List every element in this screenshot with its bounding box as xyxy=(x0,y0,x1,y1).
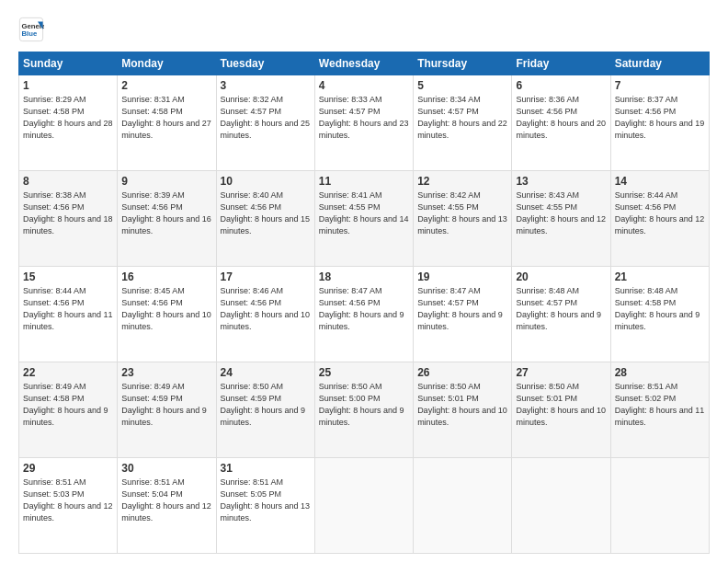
sunset-label: Sunset: 4:55 PM xyxy=(417,202,479,212)
day-number: 14 xyxy=(615,175,705,188)
sunset-label: Sunset: 4:57 PM xyxy=(417,298,479,307)
day-info: Sunrise: 8:51 AM Sunset: 5:03 PM Dayligh… xyxy=(23,477,113,524)
calendar-day-cell: 8 Sunrise: 8:38 AM Sunset: 4:56 PM Dayli… xyxy=(19,171,118,267)
sunrise-label: Sunrise: 8:39 AM xyxy=(121,190,185,200)
sunset-label: Sunset: 4:58 PM xyxy=(23,107,85,116)
day-info: Sunrise: 8:47 AM Sunset: 4:56 PM Dayligh… xyxy=(319,285,409,333)
day-info: Sunrise: 8:33 AM Sunset: 4:57 PM Dayligh… xyxy=(319,94,409,142)
sunset-label: Sunset: 5:05 PM xyxy=(221,489,282,499)
sunrise-label: Sunrise: 8:32 AM xyxy=(221,95,284,104)
sunset-label: Sunset: 4:56 PM xyxy=(319,298,381,307)
daylight-label: Daylight: 8 hours and 11 minutes. xyxy=(615,406,705,427)
daylight-label: Daylight: 8 hours and 10 minutes. xyxy=(121,310,211,331)
calendar-day-cell: 23 Sunrise: 8:49 AM Sunset: 4:59 PM Dayl… xyxy=(118,362,216,458)
calendar-day-cell: 5 Sunrise: 8:34 AM Sunset: 4:57 PM Dayli… xyxy=(414,75,512,171)
daylight-label: Daylight: 8 hours and 20 minutes. xyxy=(516,119,606,140)
calendar-table: Sunday Monday Tuesday Wednesday Thursday… xyxy=(18,52,710,554)
calendar-week-row: 15 Sunrise: 8:44 AM Sunset: 4:56 PM Dayl… xyxy=(19,267,710,362)
day-number: 23 xyxy=(121,366,211,379)
calendar-day-cell: 26 Sunrise: 8:50 AM Sunset: 5:01 PM Dayl… xyxy=(414,362,512,458)
daylight-label: Daylight: 8 hours and 13 minutes. xyxy=(221,501,311,523)
day-number: 8 xyxy=(23,175,113,188)
day-number: 13 xyxy=(516,175,606,188)
sunset-label: Sunset: 4:58 PM xyxy=(121,107,183,116)
sunrise-label: Sunrise: 8:46 AM xyxy=(221,286,284,295)
sunrise-label: Sunrise: 8:49 AM xyxy=(23,382,86,391)
day-info: Sunrise: 8:39 AM Sunset: 4:56 PM Dayligh… xyxy=(121,190,211,237)
logo-icon: General Blue xyxy=(18,17,44,42)
daylight-label: Daylight: 8 hours and 12 minutes. xyxy=(121,501,211,523)
day-number: 7 xyxy=(615,79,705,92)
day-number: 15 xyxy=(23,270,113,283)
sunrise-label: Sunrise: 8:50 AM xyxy=(319,382,382,391)
calendar-week-row: 1 Sunrise: 8:29 AM Sunset: 4:58 PM Dayli… xyxy=(19,75,710,171)
day-info: Sunrise: 8:36 AM Sunset: 4:56 PM Dayligh… xyxy=(516,94,606,142)
calendar-day-cell: 14 Sunrise: 8:44 AM Sunset: 4:56 PM Dayl… xyxy=(610,171,709,267)
sunset-label: Sunset: 4:57 PM xyxy=(319,107,381,116)
day-number: 25 xyxy=(319,366,409,379)
sunrise-label: Sunrise: 8:51 AM xyxy=(221,477,284,487)
day-info: Sunrise: 8:51 AM Sunset: 5:02 PM Dayligh… xyxy=(615,381,705,429)
day-info: Sunrise: 8:48 AM Sunset: 4:57 PM Dayligh… xyxy=(516,285,606,333)
day-info: Sunrise: 8:43 AM Sunset: 4:55 PM Dayligh… xyxy=(516,190,606,237)
weekday-header-row: Sunday Monday Tuesday Wednesday Thursday… xyxy=(19,52,710,75)
sunrise-label: Sunrise: 8:43 AM xyxy=(516,190,579,200)
daylight-label: Daylight: 8 hours and 13 minutes. xyxy=(417,214,507,236)
calendar-day-cell: 29 Sunrise: 8:51 AM Sunset: 5:03 PM Dayl… xyxy=(19,458,118,554)
calendar-day-cell: 24 Sunrise: 8:50 AM Sunset: 4:59 PM Dayl… xyxy=(216,362,314,458)
day-info: Sunrise: 8:42 AM Sunset: 4:55 PM Dayligh… xyxy=(417,190,507,237)
day-number: 24 xyxy=(221,366,311,379)
day-info: Sunrise: 8:32 AM Sunset: 4:57 PM Dayligh… xyxy=(221,94,311,142)
day-number: 2 xyxy=(121,79,211,92)
calendar-day-cell: 16 Sunrise: 8:45 AM Sunset: 4:56 PM Dayl… xyxy=(118,267,216,362)
sunrise-label: Sunrise: 8:37 AM xyxy=(615,95,678,104)
sunrise-label: Sunrise: 8:45 AM xyxy=(121,286,185,295)
header-thursday: Thursday xyxy=(414,52,512,75)
day-info: Sunrise: 8:46 AM Sunset: 4:56 PM Dayligh… xyxy=(221,285,311,333)
sunrise-label: Sunrise: 8:36 AM xyxy=(516,95,579,104)
day-number: 18 xyxy=(319,270,409,283)
calendar-day-cell: 22 Sunrise: 8:49 AM Sunset: 4:58 PM Dayl… xyxy=(19,362,118,458)
day-number: 16 xyxy=(121,270,211,283)
day-number: 28 xyxy=(615,366,705,379)
day-number: 31 xyxy=(221,462,311,475)
calendar-day-cell: 17 Sunrise: 8:46 AM Sunset: 4:56 PM Dayl… xyxy=(216,267,314,362)
sunset-label: Sunset: 4:57 PM xyxy=(516,298,577,307)
calendar-day-cell: 25 Sunrise: 8:50 AM Sunset: 5:00 PM Dayl… xyxy=(314,362,413,458)
day-info: Sunrise: 8:51 AM Sunset: 5:04 PM Dayligh… xyxy=(121,477,211,524)
sunset-label: Sunset: 4:56 PM xyxy=(121,202,183,212)
empty-cell xyxy=(314,458,413,554)
daylight-label: Daylight: 8 hours and 18 minutes. xyxy=(23,214,113,236)
calendar-day-cell: 15 Sunrise: 8:44 AM Sunset: 4:56 PM Dayl… xyxy=(19,267,118,362)
sunrise-label: Sunrise: 8:34 AM xyxy=(417,95,481,104)
day-number: 12 xyxy=(417,175,507,188)
sunset-label: Sunset: 5:01 PM xyxy=(417,394,479,403)
daylight-label: Daylight: 8 hours and 28 minutes. xyxy=(23,119,113,140)
sunset-label: Sunset: 4:57 PM xyxy=(221,107,282,116)
sunrise-label: Sunrise: 8:47 AM xyxy=(319,286,382,295)
calendar-day-cell: 6 Sunrise: 8:36 AM Sunset: 4:56 PM Dayli… xyxy=(512,75,610,171)
day-info: Sunrise: 8:45 AM Sunset: 4:56 PM Dayligh… xyxy=(121,285,211,333)
day-info: Sunrise: 8:51 AM Sunset: 5:05 PM Dayligh… xyxy=(221,477,311,524)
calendar-day-cell: 28 Sunrise: 8:51 AM Sunset: 5:02 PM Dayl… xyxy=(610,362,709,458)
day-number: 26 xyxy=(417,366,507,379)
sunrise-label: Sunrise: 8:51 AM xyxy=(615,382,678,391)
day-info: Sunrise: 8:49 AM Sunset: 4:59 PM Dayligh… xyxy=(121,381,211,429)
day-number: 11 xyxy=(319,175,409,188)
calendar-day-cell: 19 Sunrise: 8:47 AM Sunset: 4:57 PM Dayl… xyxy=(414,267,512,362)
calendar-day-cell: 2 Sunrise: 8:31 AM Sunset: 4:58 PM Dayli… xyxy=(118,75,216,171)
day-number: 27 xyxy=(516,366,606,379)
calendar-day-cell: 4 Sunrise: 8:33 AM Sunset: 4:57 PM Dayli… xyxy=(314,75,413,171)
day-info: Sunrise: 8:50 AM Sunset: 5:00 PM Dayligh… xyxy=(319,381,409,429)
day-info: Sunrise: 8:49 AM Sunset: 4:58 PM Dayligh… xyxy=(23,381,113,429)
sunset-label: Sunset: 4:56 PM xyxy=(121,298,183,307)
daylight-label: Daylight: 8 hours and 11 minutes. xyxy=(23,310,113,331)
header-tuesday: Tuesday xyxy=(216,52,314,75)
sunrise-label: Sunrise: 8:41 AM xyxy=(319,190,382,200)
day-info: Sunrise: 8:41 AM Sunset: 4:55 PM Dayligh… xyxy=(319,190,409,237)
header-wednesday: Wednesday xyxy=(314,52,413,75)
daylight-label: Daylight: 8 hours and 27 minutes. xyxy=(121,119,211,140)
sunset-label: Sunset: 5:04 PM xyxy=(121,489,183,499)
day-info: Sunrise: 8:44 AM Sunset: 4:56 PM Dayligh… xyxy=(615,190,705,237)
header-monday: Monday xyxy=(118,52,216,75)
